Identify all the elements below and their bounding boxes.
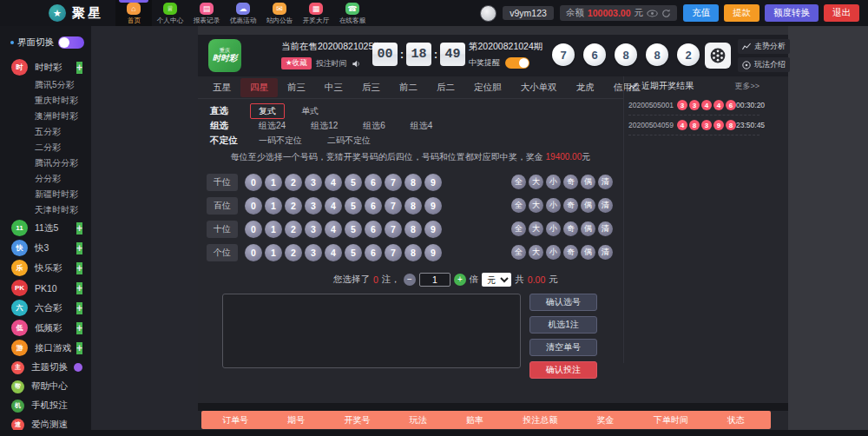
quick-pick-button[interactable]: 偶 [581,245,595,260]
sidebar-item[interactable]: 五分彩 [0,124,91,140]
topbar-action-button[interactable]: 额度转换 [765,4,819,22]
quick-pick-button[interactable]: 清 [598,175,613,189]
quick-pick-button[interactable]: 小 [546,175,561,189]
top-nav-item[interactable]: ☎ 在线客服 [334,0,371,26]
interface-switch-toggle[interactable] [58,36,84,49]
trend-analysis-link[interactable]: 走势分析 [738,39,790,54]
slip-action-button[interactable]: 机选1注 [529,316,597,334]
play-mode-tab[interactable]: 前三 [278,78,315,97]
digit-ball[interactable]: 2 [285,174,302,191]
top-nav-item[interactable]: ▤ 报表记录 [188,0,225,26]
quick-pick-button[interactable]: 小 [546,198,561,213]
top-nav-item[interactable]: ✉ 站内公告 [261,0,298,26]
sidebar-item[interactable]: 游 接口游戏 + [0,338,91,358]
sidebar-item[interactable]: 六 六合彩 + [0,298,91,318]
quick-pick-button[interactable]: 偶 [581,221,595,236]
digit-ball[interactable]: 4 [325,174,342,191]
digit-ball[interactable]: 3 [305,244,322,261]
digit-ball[interactable]: 2 [285,197,302,215]
digit-ball[interactable]: 6 [365,221,382,238]
quick-pick-button[interactable]: 全 [511,198,526,213]
sidebar-item[interactable]: 帮 帮助中心 [0,377,91,396]
quick-pick-button[interactable]: 奇 [563,175,578,189]
quick-pick-button[interactable]: 全 [511,221,526,236]
quick-pick-button[interactable]: 奇 [563,221,578,236]
digit-ball[interactable]: 9 [424,174,442,191]
user-avatar[interactable] [480,5,496,22]
sidebar-item[interactable]: 澳洲时时彩 [0,109,91,124]
play-option[interactable]: 组选6 [354,118,394,134]
slip-action-button[interactable]: 清空单号 [529,339,597,356]
digit-ball[interactable]: 6 [365,174,382,191]
digit-ball[interactable]: 4 [325,221,342,238]
digit-ball[interactable]: 1 [265,244,282,261]
quick-pick-button[interactable]: 奇 [563,198,578,213]
play-option[interactable]: 单式 [293,103,327,119]
digit-ball[interactable]: 5 [345,244,362,261]
sidebar-item[interactable]: 机 手机投注 [0,396,91,415]
lottery-machine-icon[interactable] [705,43,731,69]
quick-pick-button[interactable]: 小 [546,221,561,236]
sidebar-item[interactable]: 乐 快乐彩 + [0,258,91,278]
play-mode-tab[interactable]: 中三 [315,78,352,97]
digit-ball[interactable]: 9 [424,244,442,261]
play-mode-tab[interactable]: 四星 [240,78,278,97]
bet-slip-textarea[interactable] [222,294,521,368]
sidebar-item[interactable]: 分分彩 [0,171,91,187]
topbar-action-button[interactable]: 提款 [724,4,760,22]
unit-select[interactable]: 元 [482,273,511,287]
play-mode-tab[interactable]: 定位胆 [464,78,511,97]
play-option[interactable]: 组选4 [402,118,442,134]
quick-pick-button[interactable]: 大 [529,175,543,189]
sidebar-item[interactable]: 天津时时彩 [0,202,91,218]
digit-ball[interactable]: 3 [305,174,322,191]
digit-ball[interactable]: 6 [365,244,382,261]
sidebar-item[interactable]: 新疆时时彩 [0,187,91,202]
play-option[interactable]: 二码不定位 [319,133,379,149]
sidebar-item[interactable]: 二分彩 [0,140,91,155]
play-rules-link[interactable]: 玩法介绍 [738,57,790,72]
quick-pick-button[interactable]: 大 [529,221,543,236]
quick-pick-button[interactable]: 清 [598,245,613,260]
sidebar-item[interactable]: 快 快3 + [0,238,91,258]
digit-ball[interactable]: 2 [285,244,302,261]
digit-ball[interactable]: 1 [265,197,282,215]
play-option[interactable]: 复式 [250,103,285,119]
digit-ball[interactable]: 8 [404,221,422,238]
quick-pick-button[interactable]: 大 [529,245,543,260]
sidebar-item[interactable]: 主 主题切换 [0,358,91,377]
decrease-multiplier-button[interactable]: − [404,274,416,286]
digit-ball[interactable]: 1 [265,174,282,191]
play-mode-tab[interactable]: 后三 [352,78,390,97]
digit-ball[interactable]: 8 [404,197,422,215]
play-mode-tab[interactable]: 后二 [427,78,464,97]
digit-ball[interactable]: 7 [385,197,402,215]
refresh-icon[interactable] [661,9,671,18]
play-mode-tab[interactable]: 龙虎 [567,78,604,97]
quick-pick-button[interactable]: 全 [511,245,526,260]
play-option[interactable]: 一码不定位 [250,133,311,149]
sidebar-item[interactable]: 腾讯5分彩 [0,77,91,93]
win-remind-toggle[interactable] [505,57,529,69]
speaker-icon[interactable] [352,59,361,69]
digit-ball[interactable]: 3 [305,221,322,238]
quick-pick-button[interactable]: 偶 [581,198,595,213]
quick-pick-button[interactable]: 奇 [563,245,578,260]
quick-pick-button[interactable]: 大 [529,198,543,213]
digit-ball[interactable]: 5 [345,174,362,191]
top-nav-item[interactable]: ♕ 个人中心 [152,0,188,26]
quick-pick-button[interactable]: 偶 [581,175,595,189]
digit-ball[interactable]: 0 [245,174,262,191]
digit-ball[interactable]: 0 [245,244,262,261]
digit-ball[interactable]: 7 [385,244,402,261]
topbar-action-button[interactable]: 退出 [824,4,859,22]
topbar-action-button[interactable]: 充值 [683,4,719,22]
top-nav-item[interactable]: ▦ 开奖大厅 [298,0,334,26]
sidebar-item[interactable]: 低 低频彩 + [0,318,91,338]
slip-action-button[interactable]: 确认选号 [529,294,597,311]
digit-ball[interactable]: 3 [305,197,322,215]
eye-icon[interactable] [647,10,658,17]
play-option[interactable]: 组选24 [250,118,294,134]
play-mode-tab[interactable]: 大小单双 [511,78,567,97]
digit-ball[interactable]: 6 [365,197,382,215]
